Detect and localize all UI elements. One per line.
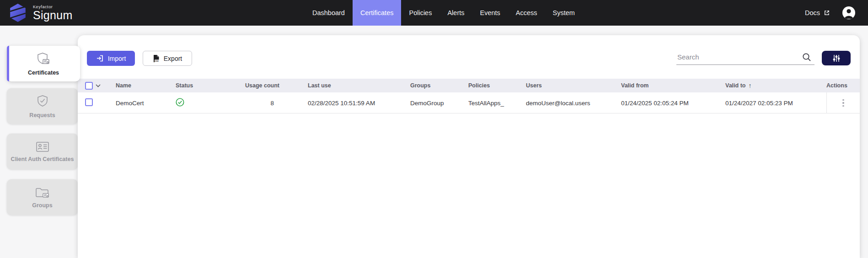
cell-groups: DemoGroup [410,100,468,107]
import-label: Import [108,55,126,62]
column-header-users[interactable]: Users [526,82,621,89]
row-checkbox[interactable] [85,98,93,106]
export-label: Export [164,55,182,62]
file-csv-icon: csv [153,54,160,63]
nav-item-access[interactable]: Access [508,0,545,26]
cell-policies: TestAllApps_ [468,100,526,107]
select-all-cell [85,82,116,90]
filter-button[interactable] [822,51,851,65]
cell-last-use: 02/28/2025 10:51:59 AM [308,100,410,107]
table-header-row: Name Status Usage count Last use Groups … [78,79,860,92]
sidebar-item-certificates[interactable]: Certificates [7,46,80,81]
column-header-last-use[interactable]: Last use [308,82,410,89]
column-header-name[interactable]: Name [116,82,176,89]
nav-item-dashboard[interactable]: Dashboard [305,0,353,26]
column-header-groups[interactable]: Groups [410,82,468,89]
column-header-valid-from[interactable]: Valid from [621,82,725,89]
top-navbar: Keyfactor Signum Dashboard Certificates … [0,0,868,26]
shield-certificate-icon [36,52,51,66]
sidebar-item-groups[interactable]: Groups [7,179,78,215]
column-header-status[interactable]: Status [176,82,245,89]
nav-item-policies[interactable]: Policies [401,0,439,26]
nav-item-alerts[interactable]: Alerts [439,0,472,26]
cell-usage-count: 8 [245,100,308,107]
select-all-checkbox[interactable] [85,82,93,90]
keyfactor-logo-icon [9,3,27,22]
sidebar-item-label: Client Auth Certificates [9,156,76,162]
svg-text:csv: csv [155,59,159,62]
row-select-cell [85,98,116,108]
filter-sliders-icon [832,54,841,62]
export-button[interactable]: csv Export [143,51,192,66]
sidebar-item-label: Certificates [26,70,61,76]
nav-item-events[interactable]: Events [472,0,508,26]
row-actions-kebab-menu[interactable] [839,97,848,109]
sidebar-item-client-auth-certificates[interactable]: Client Auth Certificates [7,134,78,169]
docs-label: Docs [805,9,820,16]
column-header-valid-to[interactable]: Valid to ↑ [725,82,826,89]
sidebar-item-label: Requests [27,112,57,118]
valid-to-label: Valid to [725,82,745,89]
column-header-policies[interactable]: Policies [468,82,526,89]
search-field [676,52,814,65]
column-header-usage-count[interactable]: Usage count [245,82,308,89]
table-row[interactable]: DemoCert 8 02/28/2025 10:51:59 AM DemoGr… [78,92,860,113]
certificates-panel: Import csv Export [78,35,860,258]
import-icon [96,54,104,62]
shield-check-icon [35,94,50,109]
sort-ascending-icon[interactable]: ↑ [748,82,751,89]
cell-valid-to: 01/24/2027 02:05:23 PM [725,100,826,107]
sidebar-item-requests[interactable]: Requests [7,88,78,124]
search-icon[interactable] [802,52,812,62]
cell-actions [826,92,860,113]
brand-logo[interactable]: Keyfactor Signum [9,3,73,22]
column-header-actions: Actions [826,82,860,89]
status-valid-icon [176,98,184,107]
nav-item-certificates[interactable]: Certificates [353,0,402,26]
import-button[interactable]: Import [87,51,135,66]
cell-users: demoUser@local.users [526,100,621,107]
user-avatar[interactable] [842,6,856,20]
cell-name: DemoCert [116,100,176,107]
id-card-icon [35,141,50,153]
external-link-icon [824,10,830,16]
docs-link[interactable]: Docs [805,0,830,26]
brand-signum-label: Signum [33,10,73,21]
chevron-down-icon[interactable] [96,84,101,87]
main-nav: Dashboard Certificates Policies Alerts E… [305,0,583,26]
search-input[interactable] [676,52,814,65]
sidebar-item-label: Groups [30,202,54,209]
folder-certificate-icon [35,186,50,199]
cell-valid-from: 01/24/2025 02:05:24 PM [621,100,725,107]
nav-item-system[interactable]: System [545,0,583,26]
cell-status [176,98,245,108]
